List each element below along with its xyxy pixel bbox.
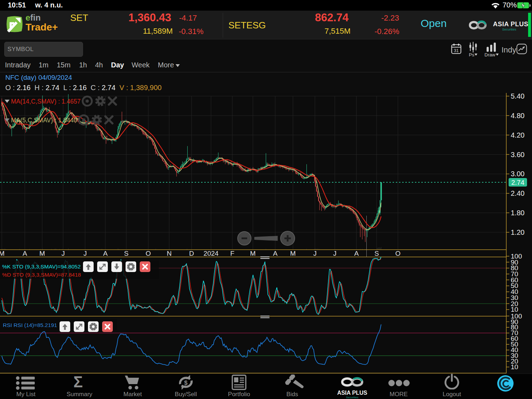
svg-text:J: J bbox=[333, 250, 337, 257]
svg-text:Ps: Ps bbox=[469, 52, 475, 57]
svg-text:5.40: 5.40 bbox=[511, 93, 525, 100]
svg-text:MA(5,C,SMAV) : 1.8440: MA(5,C,SMAV) : 1.8440 bbox=[11, 117, 77, 124]
svg-text:A: A bbox=[103, 250, 108, 257]
svg-text:%K STO (9,3,3,SMAV)=94.8052: %K STO (9,3,3,SMAV)=94.8052 bbox=[2, 264, 81, 270]
svg-text:$: $ bbox=[184, 379, 188, 386]
svg-text:Securities: Securities bbox=[502, 28, 516, 31]
svg-text:3.60: 3.60 bbox=[511, 151, 525, 159]
svg-text:4.20: 4.20 bbox=[511, 131, 525, 139]
svg-text:O: O bbox=[146, 250, 151, 257]
svg-text:2024: 2024 bbox=[204, 250, 219, 257]
svg-text:N: N bbox=[167, 250, 172, 257]
svg-text:F: F bbox=[230, 250, 234, 257]
svg-text:100: 100 bbox=[511, 312, 522, 320]
svg-text:M: M bbox=[250, 250, 256, 257]
svg-text:ASIA PLUS: ASIA PLUS bbox=[493, 21, 528, 28]
svg-text:Draw: Draw bbox=[484, 52, 495, 57]
svg-text:J: J bbox=[83, 250, 87, 257]
svg-text:1.80: 1.80 bbox=[511, 209, 525, 217]
svg-text:A: A bbox=[273, 250, 278, 257]
svg-text:3.00: 3.00 bbox=[511, 170, 525, 178]
svg-text:M: M bbox=[290, 250, 296, 257]
svg-text:S: S bbox=[375, 250, 379, 257]
svg-text:D: D bbox=[189, 250, 194, 257]
svg-text:A: A bbox=[23, 250, 27, 257]
svg-text:RSI RSI (14)=85.2191: RSI RSI (14)=85.2191 bbox=[3, 322, 57, 328]
svg-text:MA(14,C,SMAV) : 1.4657: MA(14,C,SMAV) : 1.4657 bbox=[11, 98, 81, 105]
svg-text:S: S bbox=[124, 250, 129, 257]
svg-text:31: 31 bbox=[454, 48, 459, 53]
svg-text:1.20: 1.20 bbox=[511, 228, 525, 236]
svg-text:4.80: 4.80 bbox=[511, 112, 525, 120]
svg-text:M: M bbox=[0, 250, 5, 257]
svg-text:100: 100 bbox=[511, 253, 522, 260]
svg-text:2.40: 2.40 bbox=[511, 189, 525, 197]
svg-text:Securities: Securities bbox=[346, 396, 358, 399]
svg-text:O: O bbox=[395, 250, 401, 257]
svg-text:J: J bbox=[313, 250, 317, 257]
svg-text:2.74: 2.74 bbox=[511, 179, 525, 186]
svg-text:ASIA PLUS: ASIA PLUS bbox=[337, 390, 367, 396]
svg-text:J: J bbox=[61, 250, 65, 257]
svg-text:M: M bbox=[39, 250, 45, 257]
svg-text:%D STO (9,3,3,SMAV)=87.8418: %D STO (9,3,3,SMAV)=87.8418 bbox=[2, 272, 81, 278]
svg-text:A: A bbox=[354, 250, 359, 257]
